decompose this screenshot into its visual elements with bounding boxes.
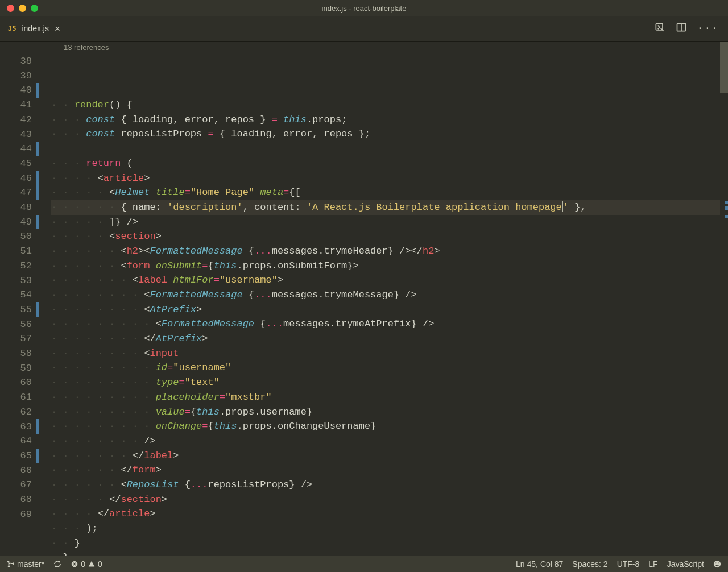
line-number: 57 [0,331,32,346]
code-line[interactable]: · · · · · · </form> [51,463,720,478]
code-line[interactable]: · · · · · · · · <input [51,346,720,361]
line-number: 63 [0,420,32,434]
code-line[interactable]: · · · · · · <ReposList {...reposListProp… [51,478,720,492]
status-indentation[interactable]: Spaces: 2 [572,559,607,569]
code-line[interactable]: · · · · · · · · · id="username" [51,360,720,375]
line-number: 53 [0,273,32,288]
code-line[interactable]: · · · · · · · · · value={this.props.user… [51,405,720,420]
code-line[interactable]: · · · · · · · · · <FormattedMessage {...… [51,317,720,331]
line-number-gutter: 3839404142434445464748495051525354555657… [0,42,36,556]
status-cursor-position[interactable]: Ln 45, Col 87 [516,559,563,569]
line-number: 56 [0,317,32,332]
code-line[interactable]: · · · · · · · · /> [51,434,720,449]
line-number: 58 [0,346,32,361]
code-area[interactable]: 13 references · · render() {· · · const … [39,42,720,556]
line-number: 66 [0,463,32,478]
close-tab-icon[interactable]: × [55,24,60,34]
code-line[interactable]: · · · const { loading, error, repos } = … [51,113,720,127]
codelens-references[interactable]: 13 references [64,42,109,55]
line-number: 49 [0,215,32,230]
overview-ruler-mark [725,215,728,218]
svg-point-4 [714,561,721,567]
open-changes-icon[interactable] [654,22,665,36]
line-number: 69 [0,507,32,522]
maximize-window-icon[interactable] [31,5,38,12]
window-controls [7,5,38,12]
line-number: 55 [0,302,32,317]
minimize-window-icon[interactable] [19,5,26,12]
svg-point-6 [718,562,719,563]
close-window-icon[interactable] [7,5,14,12]
code-line[interactable]: · · · return ( [51,156,720,171]
tab-filename: index.js [22,24,48,33]
status-sync-icon[interactable] [53,560,61,568]
titlebar[interactable]: index.js - react-boilerplate [0,0,728,16]
code-line[interactable]: · · · · · · · </label> [51,449,720,463]
line-number: 43 [0,127,32,142]
line-number: 62 [0,405,32,420]
status-bar: master* 0 0 Ln 45, Col 87 Spaces: 2 UTF-… [0,556,728,572]
split-editor-icon[interactable] [676,22,687,36]
line-number: 44 [0,142,32,156]
code-line[interactable]: · · · · · · · · · type="text" [51,375,720,390]
vertical-scrollbar[interactable] [720,42,728,556]
code-line[interactable]: · · · · · · · · <AtPrefix> [51,302,720,317]
code-line[interactable]: · · · · <article> [51,171,720,186]
code-line[interactable]: · · · · · ]} /> [51,215,720,230]
code-line[interactable]: · · · · · <section> [51,229,720,244]
code-line[interactable]: · · · · · · · · </AtPrefix> [51,331,720,346]
line-number: 50 [0,229,32,244]
line-number: 65 [0,449,32,463]
line-number: 67 [0,478,32,492]
status-feedback-icon[interactable] [713,560,721,568]
line-number: 42 [0,113,32,127]
line-number: 68 [0,492,32,507]
editor[interactable]: 3839404142434445464748495051525354555657… [0,42,728,556]
line-number: 41 [0,98,32,113]
more-actions-icon[interactable]: ··· [697,23,719,34]
js-icon: JS [8,24,16,32]
code-line[interactable] [51,142,720,156]
code-line[interactable]: · · render() { [51,98,720,113]
line-number: 47 [0,185,32,200]
code-line[interactable]: · · · · · · · · · onChange={this.props.o… [51,419,720,434]
code-line[interactable]: · · · · · · · · <FormattedMessage {...me… [51,288,720,302]
svg-point-5 [715,562,717,563]
line-number: 61 [0,390,32,405]
status-encoding[interactable]: UTF-8 [617,559,640,569]
code-line[interactable]: · · · · · · <form onSubmit={this.props.o… [51,259,720,273]
line-number: 54 [0,288,32,302]
window-title: index.js - react-boilerplate [0,4,728,13]
status-eol[interactable]: LF [648,559,657,569]
code-line[interactable]: · · · · · <Helmet title="Home Page" meta… [51,185,720,200]
code-line[interactable]: · · · · · · · <label htmlFor="username"> [51,273,720,288]
line-number: 45 [0,156,32,171]
tabbar-actions: ··· [654,16,728,41]
line-number: 64 [0,434,32,449]
code-line[interactable]: · · · const reposListProps = { loading, … [51,127,720,142]
status-language[interactable]: JavaScript [667,559,704,569]
line-number: 60 [0,375,32,390]
line-number: 39 [0,69,32,84]
line-number: 38 [0,54,32,69]
status-git-branch[interactable]: master* [7,559,44,569]
overview-ruler-mark [725,206,728,210]
line-number: 46 [0,171,32,186]
code-line[interactable]: · · · · · · <h2><FormattedMessage {...me… [51,244,720,259]
code-line[interactable]: · · } [51,536,720,551]
overview-ruler-mark [725,201,728,204]
tab-bar: JS index.js × ··· [0,16,728,42]
tab-indexjs[interactable]: JS index.js × [0,16,68,41]
line-number: 40 [0,83,32,98]
line-number: 51 [0,244,32,259]
code-line[interactable]: · · · · · </section> [51,492,720,507]
code-line[interactable]: · · · ); [51,521,720,536]
line-number: 52 [0,259,32,273]
scrollbar-thumb[interactable] [720,42,728,93]
status-problems[interactable]: 0 0 [71,559,102,569]
code-line[interactable]: · · · · </article> [51,507,720,521]
line-number: 59 [0,361,32,376]
code-line[interactable]: · } [51,550,720,556]
code-line[interactable]: · · · · · · · · · placeholder="mxstbr" [51,390,720,405]
code-line[interactable]: · · · · · · { name: 'description', conte… [51,200,720,215]
